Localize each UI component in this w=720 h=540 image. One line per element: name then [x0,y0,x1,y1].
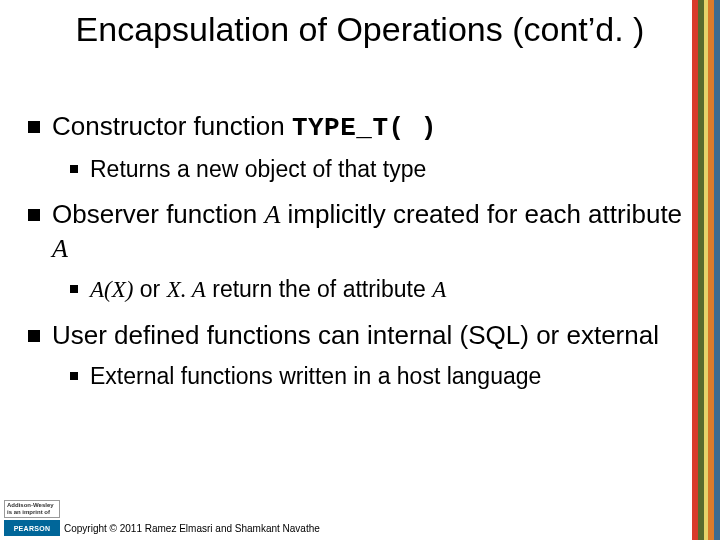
sub-bullet-text: A(X) or X. A return the of attribute A [90,275,688,305]
copyright-text: Copyright © 2011 Ramez Elmasri and Shamk… [64,523,320,534]
text-run: implicitly created for each attribute [280,199,682,229]
italic-run: A [52,234,68,263]
bullet-text: User defined functions can internal (SQL… [52,319,688,352]
sub-list: External functions written in a host lan… [70,362,688,392]
square-bullet-icon [70,285,78,293]
sub-list: A(X) or X. A return the of attribute A [70,275,688,305]
square-bullet-icon [28,330,40,342]
square-bullet-icon [28,121,40,133]
square-bullet-icon [28,209,40,221]
slide-content: Constructor function TYPE_T( ) Returns a… [28,110,688,406]
square-bullet-icon [70,372,78,380]
sub-list: Returns a new object of that type [70,155,688,185]
slide: Encapsulation of Operations (cont’d. ) C… [0,0,720,540]
bullet-user-defined: User defined functions can internal (SQL… [28,319,688,352]
bullet-observer: Observer function A implicitly created f… [28,198,688,265]
accent-bands [692,0,720,540]
sub-bullet: A(X) or X. A return the of attribute A [70,275,688,305]
text-run: Observer function [52,199,264,229]
pearson-logo: PEARSON [4,520,60,536]
logo-text: Addison-Wesley [7,502,57,509]
sub-bullet-text: Returns a new object of that type [90,155,688,185]
band-blue [714,0,720,540]
bullet-text: Observer function A implicitly created f… [52,198,688,265]
sub-bullet-text: External functions written in a host lan… [90,362,688,392]
italic-run: A [432,277,446,302]
italic-run: A(X) [90,277,133,302]
addison-wesley-logo: Addison-Wesley is an imprint of [4,500,60,518]
publisher-logos: Addison-Wesley is an imprint of PEARSON [4,500,60,536]
italic-run: A [264,200,280,229]
bullet-text: Constructor function TYPE_T( ) [52,110,688,145]
sub-bullet: External functions written in a host lan… [70,362,688,392]
bullet-constructor: Constructor function TYPE_T( ) [28,110,688,145]
text-run: Constructor function [52,111,292,141]
logo-text: is an imprint of [7,509,57,516]
code-run: TYPE_T( ) [292,113,437,143]
slide-title: Encapsulation of Operations (cont’d. ) [50,10,670,49]
text-run: or [133,276,166,302]
square-bullet-icon [70,165,78,173]
sub-bullet: Returns a new object of that type [70,155,688,185]
italic-run: X. A [167,277,206,302]
text-run: return the of attribute [206,276,432,302]
